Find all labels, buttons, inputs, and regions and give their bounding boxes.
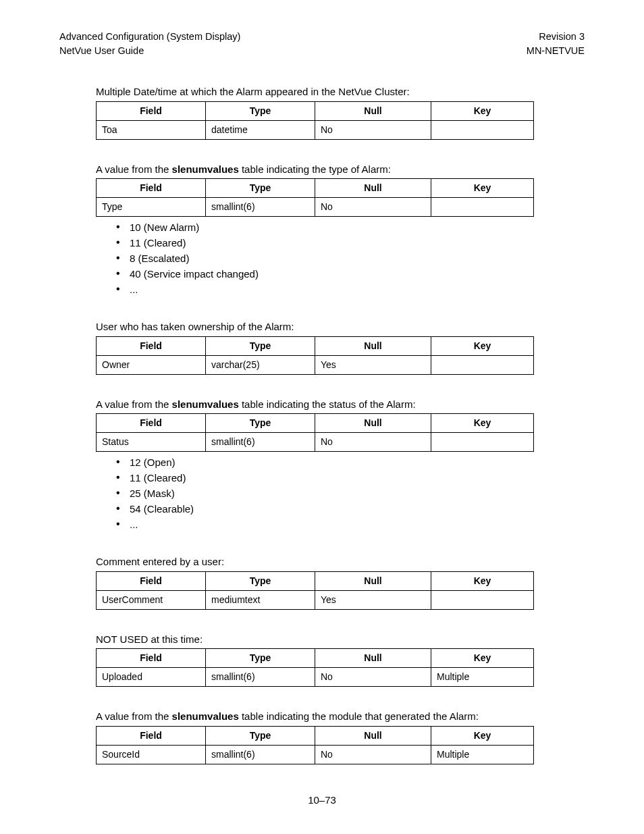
- intro-text-pre: Multiple Date/time at which the Alarm ap…: [96, 86, 410, 97]
- table-header-field: Field: [97, 179, 206, 198]
- table-cell-null: No: [315, 433, 431, 452]
- table-cell-null: No: [315, 198, 431, 217]
- table-cell-type: smallint(6): [206, 198, 315, 217]
- table-cell-key: [431, 355, 534, 374]
- enum-item: 54 (Clearable): [116, 501, 585, 517]
- section-block: Multiple Date/time at which the Alarm ap…: [96, 85, 585, 140]
- section-intro: A value from the slenumvalues table indi…: [96, 163, 585, 176]
- section-block: NOT USED at this time:FieldTypeNullKeyUp…: [96, 633, 585, 687]
- table-cell-field: Status: [97, 433, 206, 452]
- header-right-line1: Revision 3: [527, 30, 585, 44]
- table-cell-field: Type: [97, 198, 206, 217]
- section-intro: Comment entered by a user:: [96, 555, 585, 569]
- header-right: Revision 3 MN-NETVUE: [527, 30, 585, 58]
- table-header-field: Field: [97, 414, 206, 433]
- table-header-key: Key: [431, 179, 534, 198]
- table-cell-type: smallint(6): [206, 433, 315, 452]
- section-intro: User who has taken ownership of the Alar…: [96, 320, 585, 334]
- intro-text-pre: NOT USED at this time:: [96, 633, 203, 645]
- table-cell-field: UserComment: [97, 590, 206, 609]
- table-header-key: Key: [431, 414, 534, 433]
- table-header-field: Field: [97, 726, 206, 745]
- intro-text-bold: slenumvalues: [172, 163, 239, 175]
- enum-item: 25 (Mask): [116, 486, 585, 501]
- field-table: FieldTypeNullKeyTypesmallint(6)No: [96, 178, 534, 217]
- table-header-null: Null: [315, 414, 431, 433]
- table-row: SourceIdsmallint(6)NoMultiple: [97, 745, 534, 764]
- field-table: FieldTypeNullKeyToadatetimeNo: [96, 101, 534, 140]
- enum-item: ...: [116, 517, 585, 532]
- table-row: ToadatetimeNo: [97, 120, 534, 139]
- enum-item: 12 (Open): [116, 454, 585, 470]
- table-header-type: Type: [206, 649, 315, 668]
- enum-list: 12 (Open)11 (Cleared)25 (Mask)54 (Cleara…: [96, 454, 585, 532]
- table-header-type: Type: [206, 726, 315, 745]
- enum-item: 10 (New Alarm): [116, 219, 585, 235]
- field-table: FieldTypeNullKeyStatussmallint(6)No: [96, 413, 534, 452]
- table-header-type: Type: [206, 101, 315, 120]
- table-header-type: Type: [206, 571, 315, 590]
- intro-text-post: table indicating the module that generat…: [239, 710, 479, 722]
- enum-item: 8 (Escalated): [116, 251, 585, 266]
- intro-text-bold: slenumvalues: [172, 710, 239, 722]
- table-header-null: Null: [315, 336, 431, 355]
- section-intro: A value from the slenumvalues table indi…: [96, 398, 585, 411]
- table-cell-field: Toa: [97, 120, 206, 139]
- intro-text-pre: A value from the: [96, 163, 172, 175]
- table-cell-key: [431, 433, 534, 452]
- table-header-field: Field: [97, 571, 206, 590]
- header-left-line1: Advanced Configuration (System Display): [59, 30, 240, 44]
- table-cell-null: No: [315, 120, 431, 139]
- header-left: Advanced Configuration (System Display) …: [59, 30, 240, 58]
- table-cell-type: smallint(6): [206, 668, 315, 687]
- table-cell-key: [431, 120, 534, 139]
- table-row: Typesmallint(6)No: [97, 198, 534, 217]
- table-row: Uploadedsmallint(6)NoMultiple: [97, 668, 534, 687]
- table-cell-null: No: [315, 745, 431, 764]
- section-block: User who has taken ownership of the Alar…: [96, 320, 585, 375]
- table-row: Statussmallint(6)No: [97, 433, 534, 452]
- intro-text-pre: A value from the: [96, 398, 172, 410]
- field-table: FieldTypeNullKeyOwnervarchar(25)Yes: [96, 336, 534, 375]
- intro-text-pre: User who has taken ownership of the Alar…: [96, 321, 294, 332]
- table-header-type: Type: [206, 336, 315, 355]
- header-right-line2: MN-NETVUE: [527, 44, 585, 58]
- section-block: A value from the slenumvalues table indi…: [96, 163, 585, 298]
- table-header-key: Key: [431, 726, 534, 745]
- table-header-type: Type: [206, 179, 315, 198]
- table-cell-null: Yes: [315, 355, 431, 374]
- table-cell-type: datetime: [206, 120, 315, 139]
- section-intro: A value from the slenumvalues table indi…: [96, 710, 585, 723]
- table-header-null: Null: [315, 649, 431, 668]
- intro-text-post: table indicating the type of Alarm:: [239, 163, 391, 175]
- table-cell-type: varchar(25): [206, 355, 315, 374]
- table-header-key: Key: [431, 649, 534, 668]
- table-header-field: Field: [97, 336, 206, 355]
- section-intro: Multiple Date/time at which the Alarm ap…: [96, 85, 585, 99]
- section-intro: NOT USED at this time:: [96, 633, 585, 646]
- table-cell-field: SourceId: [97, 745, 206, 764]
- enum-item: 11 (Cleared): [116, 470, 585, 486]
- enum-item: 11 (Cleared): [116, 235, 585, 251]
- table-header-null: Null: [315, 101, 431, 120]
- table-header-key: Key: [431, 571, 534, 590]
- intro-text-post: table indicating the status of the Alarm…: [239, 398, 416, 410]
- page-number: 10–73: [0, 794, 644, 806]
- intro-text-pre: Comment entered by a user:: [96, 556, 224, 567]
- table-cell-null: Yes: [315, 590, 431, 609]
- table-header-type: Type: [206, 414, 315, 433]
- table-header-null: Null: [315, 179, 431, 198]
- intro-text-pre: A value from the: [96, 710, 172, 722]
- table-header-key: Key: [431, 101, 534, 120]
- intro-text-bold: slenumvalues: [172, 398, 239, 410]
- header-left-line2: NetVue User Guide: [59, 44, 240, 58]
- table-cell-type: mediumtext: [206, 590, 315, 609]
- enum-item: ...: [116, 282, 585, 297]
- table-header-null: Null: [315, 726, 431, 745]
- page-root: Advanced Configuration (System Display) …: [0, 0, 644, 834]
- field-table: FieldTypeNullKeySourceIdsmallint(6)NoMul…: [96, 726, 534, 764]
- enum-list: 10 (New Alarm)11 (Cleared)8 (Escalated)4…: [96, 219, 585, 297]
- field-table: FieldTypeNullKeyUploadedsmallint(6)NoMul…: [96, 648, 534, 687]
- table-cell-field: Owner: [97, 355, 206, 374]
- page-header: Advanced Configuration (System Display) …: [59, 30, 585, 58]
